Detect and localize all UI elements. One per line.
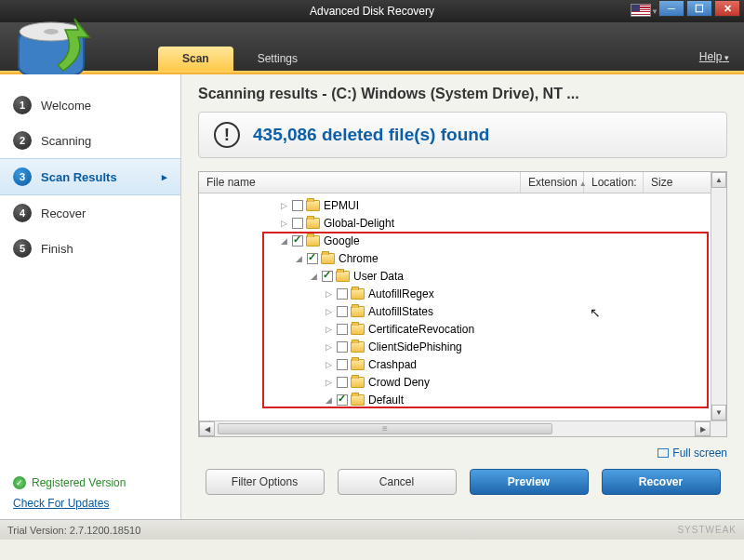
tab-scan[interactable]: Scan: [158, 47, 233, 71]
row-label: Crashpad: [368, 358, 417, 371]
close-button[interactable]: ✕: [714, 0, 740, 17]
expander-icon[interactable]: ◢: [309, 272, 319, 281]
status-bar: Trial Version: 2.7.1200.18510 SYSTWEAK: [0, 519, 744, 540]
expander-icon[interactable]: ▷: [324, 289, 334, 299]
grid-header: File name Extension▲ Location: Size: [199, 172, 726, 193]
step-label: Scanning: [41, 134, 91, 148]
grid-body[interactable]: ▷EPMUI▷Global-Delight◢Google◢Chrome◢User…: [199, 193, 726, 436]
step-welcome[interactable]: 1Welcome: [0, 87, 180, 123]
alert-icon: !: [214, 122, 240, 148]
tree-row[interactable]: ▷Crashpad: [199, 355, 726, 373]
step-finish[interactable]: 5Finish: [0, 231, 180, 266]
scroll-thumb[interactable]: [218, 423, 552, 434]
expander-icon[interactable]: ▷: [324, 342, 334, 352]
tree-row[interactable]: ▷Global-Delight: [199, 214, 726, 232]
step-number-icon: 1: [13, 96, 32, 114]
app-logo-icon: [9, 17, 93, 80]
scroll-left-button[interactable]: ◀: [199, 421, 215, 436]
col-location[interactable]: Location:: [584, 172, 644, 193]
registered-status: ✓ Registered Version: [13, 476, 126, 489]
preview-button[interactable]: Preview: [470, 469, 589, 495]
help-menu[interactable]: Help: [699, 50, 729, 63]
row-checkbox[interactable]: [307, 253, 318, 264]
row-label: Crowd Deny: [368, 376, 430, 389]
folder-icon: [351, 341, 365, 353]
svg-point-1: [44, 29, 59, 34]
expander-icon[interactable]: ▷: [279, 201, 289, 210]
cancel-button[interactable]: Cancel: [338, 469, 457, 495]
col-extension[interactable]: Extension▲: [521, 172, 584, 193]
row-checkbox[interactable]: [337, 377, 348, 388]
maximize-button[interactable]: ☐: [686, 0, 712, 17]
row-checkbox[interactable]: [337, 306, 348, 317]
scroll-down-button[interactable]: ▼: [711, 405, 726, 420]
version-label: Trial Version: 2.7.1200.18510: [7, 525, 140, 536]
tree-row[interactable]: ◢User Data: [199, 267, 726, 285]
row-checkbox[interactable]: [292, 218, 303, 229]
folder-icon: [351, 324, 365, 335]
row-checkbox[interactable]: [337, 341, 348, 353]
tree-row[interactable]: ▷Crowd Deny: [199, 373, 726, 391]
step-number-icon: 3: [13, 167, 32, 186]
recover-button[interactable]: Recover: [602, 469, 721, 495]
title-bar: Advanced Disk Recovery ▼ ─ ☐ ✕: [0, 0, 744, 22]
header: Scan Settings Help: [0, 22, 744, 71]
row-checkbox[interactable]: [292, 235, 303, 247]
content-pane: Scanning results - (C:) Windows (System …: [181, 74, 744, 519]
row-checkbox[interactable]: [337, 324, 348, 335]
expander-icon[interactable]: ▷: [324, 378, 334, 387]
row-label: Google: [324, 234, 360, 247]
brand-watermark: SYSTWEAK: [677, 525, 737, 535]
tree-row[interactable]: ▷ClientSidePhishing: [199, 338, 726, 355]
tree-row[interactable]: ▷AutofillStates: [199, 302, 726, 320]
step-label: Finish: [41, 242, 73, 256]
row-label: Default: [368, 393, 404, 407]
filter-options-button[interactable]: Filter Options: [206, 469, 325, 495]
tab-settings[interactable]: Settings: [233, 47, 322, 71]
tree-row[interactable]: ◢Google: [199, 232, 726, 249]
expander-icon[interactable]: ▷: [324, 307, 334, 316]
scroll-up-button[interactable]: ▲: [711, 172, 726, 188]
flag-icon[interactable]: [631, 4, 651, 17]
horizontal-scrollbar[interactable]: ◀ ▶: [199, 420, 726, 436]
fullscreen-link[interactable]: Full screen: [658, 447, 727, 460]
results-grid: File name Extension▲ Location: Size ▷EPM…: [198, 171, 727, 437]
window-title: Advanced Disk Recovery: [310, 5, 434, 18]
flag-dropdown-icon[interactable]: ▼: [651, 7, 658, 16]
page-heading: Scanning results - (C:) Windows (System …: [198, 86, 727, 102]
step-label: Recover: [41, 207, 86, 220]
step-recover[interactable]: 4Recover: [0, 195, 180, 231]
row-checkbox[interactable]: [292, 200, 303, 211]
folder-icon: [306, 218, 320, 229]
row-checkbox[interactable]: [322, 271, 333, 282]
step-scanning[interactable]: 2Scanning: [0, 123, 180, 158]
expander-icon[interactable]: ◢: [294, 254, 304, 263]
step-scan-results[interactable]: 3Scan Results: [0, 158, 180, 195]
tree-row[interactable]: ▷CertificateRevocation: [199, 320, 726, 338]
expander-icon[interactable]: ▷: [324, 325, 334, 334]
folder-icon: [351, 359, 365, 370]
row-checkbox[interactable]: [337, 359, 348, 370]
expander-icon[interactable]: ▷: [279, 219, 289, 228]
expander-icon[interactable]: ◢: [279, 236, 289, 246]
expander-icon[interactable]: ◢: [324, 395, 334, 405]
tree-row[interactable]: ▷AutofillRegex: [199, 285, 726, 302]
row-checkbox[interactable]: [337, 394, 348, 406]
row-label: CertificateRevocation: [368, 323, 474, 336]
tree-row[interactable]: ◢Default: [199, 391, 726, 408]
tree-row[interactable]: ▷EPMUI: [199, 196, 726, 214]
check-updates-link[interactable]: Check For Updates: [13, 497, 126, 510]
minimize-button[interactable]: ─: [658, 0, 684, 17]
row-label: Global-Delight: [324, 217, 394, 230]
registered-label: Registered Version: [32, 476, 126, 489]
step-label: Scan Results: [41, 170, 117, 184]
row-label: EPMUI: [324, 199, 359, 212]
vertical-scrollbar[interactable]: ▲ ▼: [711, 172, 726, 420]
scroll-right-button[interactable]: ▶: [695, 421, 711, 436]
row-checkbox[interactable]: [337, 288, 348, 300]
col-filename[interactable]: File name: [199, 172, 521, 193]
tree-row[interactable]: ◢Chrome: [199, 249, 726, 267]
row-label: ClientSidePhishing: [368, 340, 462, 353]
row-label: AutofillRegex: [368, 287, 434, 300]
expander-icon[interactable]: ▷: [324, 360, 334, 369]
